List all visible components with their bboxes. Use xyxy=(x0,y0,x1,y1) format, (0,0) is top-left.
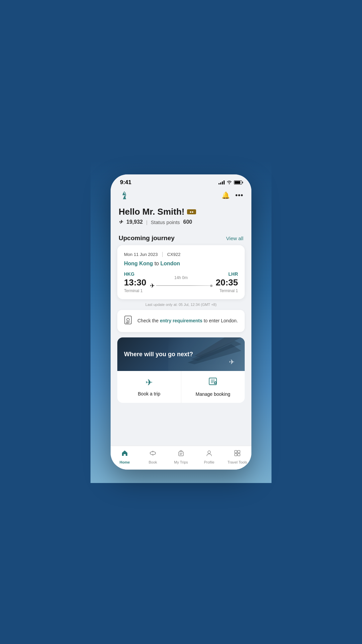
arrival-info: LHR 20:35 Terminal 1 xyxy=(216,271,238,293)
origin-city: Hong Kong xyxy=(124,261,153,266)
book-trip-icon: ✈ xyxy=(145,377,153,388)
nav-home[interactable]: Home xyxy=(111,449,139,464)
svg-point-14 xyxy=(208,451,210,453)
status-time: 9:41 xyxy=(120,179,131,186)
status-bar: 9:41 xyxy=(111,174,251,188)
my-trips-icon xyxy=(177,449,185,459)
passport-icon xyxy=(123,315,133,327)
header-actions: 🔔 ••• xyxy=(222,191,243,199)
greeting-text: Hello Mr. Smith! ●● xyxy=(119,207,243,217)
hero-section: Hello Mr. Smith! ●● ✈ 19,932 | Status po… xyxy=(111,204,251,230)
view-all-link[interactable]: View all xyxy=(226,235,243,241)
last-update-text: Last update only at: 05 Jul, 12:34 (GMT … xyxy=(111,303,251,307)
book-icon xyxy=(149,449,157,459)
route-to: to xyxy=(155,261,161,266)
bottom-nav: Home Book xyxy=(111,446,251,470)
status-points-label: Status points xyxy=(151,219,180,225)
flight-times: HKG 13:30 Terminal 1 14h 0m ✈ xyxy=(124,271,238,293)
nav-book-label: Book xyxy=(148,460,157,464)
dep-code: HKG xyxy=(124,271,146,277)
status-icons xyxy=(219,180,242,185)
promo-title: Where will you go next? xyxy=(124,351,193,358)
entry-requirements-banner[interactable]: Check the entry requirements to enter Lo… xyxy=(117,310,245,332)
manage-booking-icon xyxy=(208,377,217,388)
svg-rect-11 xyxy=(179,452,183,456)
svg-rect-17 xyxy=(235,453,237,456)
profile-icon xyxy=(205,449,213,459)
app-header: 🔔 ••• xyxy=(111,188,251,204)
dep-terminal: Terminal 1 xyxy=(124,288,146,293)
upcoming-journey-header: Upcoming journey View all xyxy=(111,230,251,245)
asia-miles-symbol: ✈ xyxy=(119,219,123,225)
dest-city: London xyxy=(160,261,180,266)
flight-route: Hong Kong to London xyxy=(124,261,238,267)
battery-icon xyxy=(234,180,242,184)
entry-text: Check the entry requirements to enter Lo… xyxy=(137,318,238,324)
plane-icon: ✈ xyxy=(150,282,155,289)
nav-my-trips[interactable]: My Trips xyxy=(167,449,195,464)
flight-meta: Mon 11 Jun 2023 | CX922 xyxy=(124,251,238,257)
promo-bg: Where will you go next? ✈ xyxy=(117,337,245,371)
greeting-label: Hello Mr. Smith! xyxy=(119,207,184,217)
flight-line: ✈ xyxy=(150,282,213,289)
asia-miles-value: 19,932 xyxy=(126,219,143,225)
arr-time: 20:35 xyxy=(216,277,238,288)
promo-section: Where will you go next? ✈ ✈ Book a trip xyxy=(117,337,245,403)
points-row: ✈ 19,932 | Status points 600 xyxy=(119,219,243,225)
flight-number: CX922 xyxy=(167,252,181,257)
departure-info: HKG 13:30 Terminal 1 xyxy=(124,271,146,293)
nav-trips-label: My Trips xyxy=(174,460,188,464)
nav-home-label: Home xyxy=(120,460,130,464)
promo-actions: ✈ Book a trip xyxy=(117,371,245,403)
section-title: Upcoming journey xyxy=(119,234,175,242)
notification-bell-icon[interactable]: 🔔 xyxy=(222,191,230,199)
scroll-content: Hello Mr. Smith! ●● ✈ 19,932 | Status po… xyxy=(111,204,251,446)
travel-tools-icon xyxy=(234,449,241,459)
duration-text: 14h 0m xyxy=(174,275,188,280)
flight-duration: 14h 0m ✈ xyxy=(146,275,216,289)
manage-booking-label: Manage booking xyxy=(195,391,230,397)
more-options-icon[interactable]: ••• xyxy=(235,192,243,199)
flight-card[interactable]: Mon 11 Jun 2023 | CX922 Hong Kong to Lon… xyxy=(117,245,245,299)
nav-tools-label: Travel Tools xyxy=(228,460,247,464)
app-logo xyxy=(119,190,129,201)
entry-link[interactable]: entry requirements xyxy=(160,318,202,323)
svg-rect-16 xyxy=(238,450,240,453)
wifi-icon xyxy=(227,180,232,185)
book-trip-button[interactable]: ✈ Book a trip xyxy=(117,371,181,403)
svg-rect-18 xyxy=(238,453,240,456)
nav-travel-tools[interactable]: Travel Tools xyxy=(223,449,251,464)
phone-frame: 9:41 xyxy=(111,174,251,470)
tier-badge: ●● xyxy=(187,209,196,214)
arr-code: LHR xyxy=(216,271,238,277)
wing-silhouette-icon xyxy=(188,337,241,371)
nav-profile-label: Profile xyxy=(204,460,214,464)
svg-point-1 xyxy=(127,318,129,321)
manage-booking-button[interactable]: Manage booking xyxy=(181,371,245,403)
status-points-value: 600 xyxy=(183,219,192,225)
home-icon xyxy=(121,449,128,459)
arr-terminal: Terminal 1 xyxy=(216,288,238,293)
dep-time: 13:30 xyxy=(124,277,146,288)
flight-date: Mon 11 Jun 2023 xyxy=(124,252,158,257)
promo-plane-icon: ✈ xyxy=(229,358,235,366)
nav-profile[interactable]: Profile xyxy=(195,449,223,464)
signal-icon xyxy=(219,180,225,184)
svg-rect-15 xyxy=(235,450,237,453)
book-trip-label: Book a trip xyxy=(138,391,160,396)
nav-book[interactable]: Book xyxy=(139,449,167,464)
cathay-logo-svg xyxy=(119,190,129,201)
